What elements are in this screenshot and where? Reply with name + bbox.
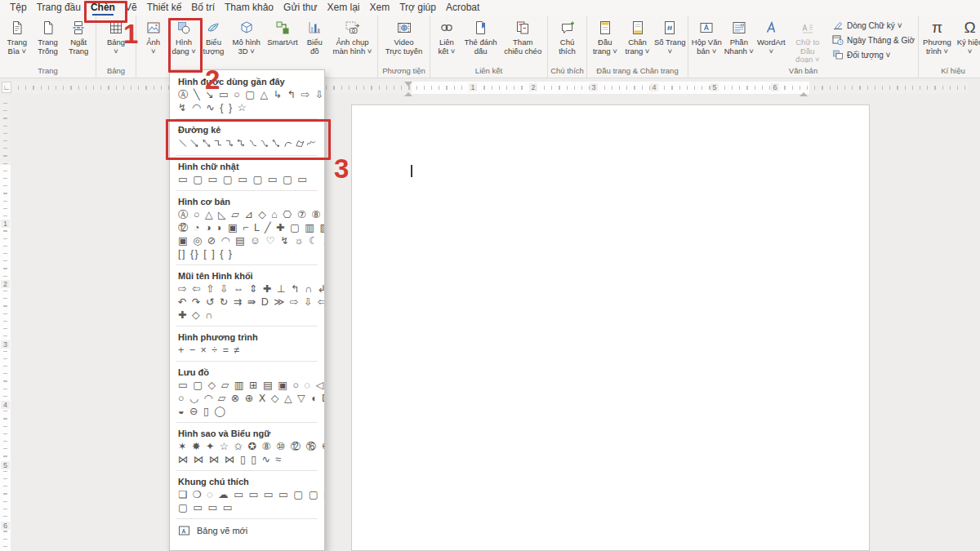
pictures-button[interactable]: Ảnh ˅ bbox=[138, 16, 168, 56]
ribbon-group-van-ban: Hộp Văn bản ˅ Phần Nhanh ˅ WordArt ˅ Chữ… bbox=[688, 16, 919, 78]
footer-button[interactable]: Chân trang ˅ bbox=[621, 16, 654, 56]
shape-row[interactable]: ▢ ▭ ▭ ▭ bbox=[178, 501, 316, 514]
new-drawing-canvas-item[interactable]: Bảng vẽ mới bbox=[170, 521, 324, 540]
curve-icon[interactable] bbox=[283, 138, 293, 149]
blank-page-icon bbox=[40, 19, 56, 37]
table-button[interactable]: Bảng ˅ bbox=[98, 16, 134, 56]
signature-line-button[interactable]: Dòng Chữ ký ˅ bbox=[832, 20, 915, 31]
curved-arrow-connector-icon[interactable] bbox=[260, 138, 270, 149]
3d-models-button[interactable]: Mô hình 3D ˅ bbox=[228, 16, 265, 56]
chart-button[interactable]: Biểu đồ bbox=[301, 16, 329, 56]
shape-row[interactable]: ↶ ↷ ↺ ↻ ⇉ ⇛ D ≫ ⇨ ⇩ ⇦ ⇧ bbox=[178, 295, 316, 309]
shape-row[interactable]: ↯ ◠ ∿ { } ☆ bbox=[178, 101, 316, 114]
right-indent-marker[interactable] bbox=[800, 88, 808, 96]
text-box-button[interactable]: Hộp Văn bản ˅ bbox=[690, 16, 724, 56]
shape-row[interactable]: ✶ ✸ ✦ ☆ ✩ ✪ ⑧ ⑩ ⑫ ⑯ ✺ ✹ bbox=[178, 440, 316, 453]
equation-button[interactable]: π Phương trình ˅ bbox=[920, 16, 954, 56]
button-label: Ảnh chụp màn hình ˅ bbox=[333, 38, 372, 56]
shape-row[interactable]: [] {} [ ] { } bbox=[178, 247, 316, 260]
horizontal-ruler[interactable]: 1 2 3 4 5 6 bbox=[11, 82, 969, 94]
tab-xem[interactable]: Xem bbox=[364, 0, 394, 16]
header-button[interactable]: Đầu trang ˅ bbox=[589, 16, 621, 56]
text-box-icon bbox=[698, 19, 715, 37]
online-video-button[interactable]: Video Trực tuyến bbox=[380, 16, 428, 56]
shapes-icon bbox=[176, 19, 192, 37]
scribble-icon[interactable] bbox=[306, 138, 316, 149]
arrow-icon[interactable] bbox=[189, 138, 199, 149]
menu-divider bbox=[176, 422, 318, 423]
screenshot-camera-icon bbox=[344, 19, 360, 37]
curved-connector-icon[interactable] bbox=[248, 138, 258, 149]
page-number-button[interactable]: Số Trang ˅ bbox=[653, 16, 686, 56]
bookmark-button[interactable]: Thẻ đánh dấu bbox=[461, 16, 501, 56]
comment-button[interactable]: Chú thích bbox=[550, 16, 585, 56]
shape-row[interactable]: ✚ ◇ ∩ bbox=[178, 309, 316, 322]
shape-row[interactable]: Ⓐ ○ △ ◺ ▱ ⊿ ◇ ⌂ ⎔ ⑦ ⑧ ⑩ bbox=[178, 208, 316, 221]
link-button[interactable]: Liên kết ˅ bbox=[432, 16, 461, 56]
group-label-lien-ket: Liên kết bbox=[432, 64, 546, 78]
elbow-connector-icon[interactable] bbox=[213, 138, 223, 149]
tab-stop-selector[interactable]: ∟ bbox=[2, 82, 11, 93]
document-page[interactable] bbox=[351, 104, 870, 551]
smartart-button[interactable]: SmartArt bbox=[265, 16, 300, 47]
object-button[interactable]: Đối tượng ˅ bbox=[832, 49, 915, 60]
tab-tham-khao[interactable]: Tham khảo bbox=[220, 0, 278, 16]
hanging-indent-marker[interactable] bbox=[404, 88, 412, 96]
shape-row[interactable]: + − × ÷ = ≠ bbox=[178, 344, 316, 357]
shape-row[interactable]: ▣ ◎ ⊘ ◠ ▤ ☺ ♡ ↯ ☼ ☾ ☁ ◜ bbox=[178, 234, 316, 247]
smartart-icon bbox=[274, 19, 291, 37]
date-time-icon bbox=[832, 34, 844, 46]
tab-trang-dau[interactable]: Trang đầu bbox=[32, 0, 86, 16]
button-label: WordArt ˅ bbox=[757, 38, 786, 56]
shape-row[interactable]: ⇨ ⇦ ⇧ ⇩ ⇔ ⇕ ✚ ⊥ ↰ ∩ ↲ ↳ bbox=[178, 282, 316, 295]
button-label: Phần Nhanh ˅ bbox=[724, 38, 754, 56]
blank-page-button[interactable]: Trang Trống bbox=[33, 16, 64, 56]
group-label-ki-hieu: Kí hiệu bbox=[920, 64, 980, 78]
new-drawing-canvas-label: Bảng vẽ mới bbox=[197, 526, 247, 535]
tab-chen[interactable]: Chèn bbox=[86, 0, 120, 16]
cross-reference-button[interactable]: Tham chiếu chéo bbox=[500, 16, 546, 56]
icons-button[interactable]: Biểu tượng bbox=[199, 16, 228, 56]
vertical-ruler[interactable]: 1 2 3 4 5 6 bbox=[0, 96, 11, 551]
shape-row[interactable]: ▭ ▢ ◇ ▱ ▥ ⊞ ▤ ▣ ○ ◌ ◁ ▽ bbox=[178, 379, 316, 392]
curved-double-arrow-connector-icon[interactable] bbox=[271, 138, 281, 149]
ruler-number: 2 bbox=[1, 280, 10, 288]
elbow-double-arrow-connector-icon[interactable] bbox=[236, 138, 246, 149]
page-break-icon bbox=[70, 19, 87, 37]
shape-row[interactable]: ◒ ⊖ ▯ ◯ bbox=[178, 405, 316, 418]
screenshot-button[interactable]: Ảnh chụp màn hình ˅ bbox=[329, 16, 376, 56]
line-icon[interactable] bbox=[178, 138, 188, 149]
tab-xem-lai[interactable]: Xem lại bbox=[322, 0, 364, 16]
tab-thiet-ke[interactable]: Thiết kế bbox=[142, 0, 187, 16]
shape-row[interactable]: ▭ ▢ ▭ ▢ ▭ ▢ ▭ ▢ ▭ bbox=[178, 173, 316, 186]
shapes-button[interactable]: Hình dạng ˅ bbox=[168, 16, 198, 56]
button-label: Đầu trang ˅ bbox=[593, 38, 617, 56]
shape-row[interactable]: ❏ ❍ ◌ ☁ ▭ ▭ ▭ ▭ ▢ ▢ ▢ ▢ bbox=[178, 488, 316, 501]
section-callouts: Khung chú thích ❏ ❍ ◌ ☁ ▭ ▭ ▭ ▭ ▢ ▢ ▢ ▢ … bbox=[170, 473, 324, 517]
page-break-button[interactable]: Ngắt Trang bbox=[63, 16, 94, 56]
tab-gui-thu[interactable]: Gửi thư bbox=[278, 0, 322, 16]
tab-bo-tri[interactable]: Bố trí bbox=[186, 0, 220, 16]
group-label-chu-thich: Chú thích bbox=[550, 64, 585, 78]
elbow-arrow-connector-icon[interactable] bbox=[225, 138, 234, 149]
quick-parts-button[interactable]: Phần Nhanh ˅ bbox=[724, 16, 755, 56]
tab-acrobat[interactable]: Acrobat bbox=[441, 0, 484, 16]
freeform-icon[interactable] bbox=[295, 138, 305, 149]
shape-row[interactable]: Ⓐ ╲ ↘ ▭ ○ ▢ △ ↳ ↰ ⇨ ⇩ ◔ bbox=[178, 88, 316, 101]
date-time-button[interactable]: Ngày Tháng & Giờ bbox=[832, 34, 915, 46]
page-number-icon bbox=[662, 19, 678, 37]
cover-page-button[interactable]: Trang Bìa ˅ bbox=[2, 16, 33, 56]
shape-row[interactable]: ⋈ ⋈ ⋈ ⋈ ▯ ▯ ∿ ≈ bbox=[178, 453, 316, 466]
double-arrow-icon[interactable] bbox=[202, 138, 212, 149]
text-cursor bbox=[411, 165, 412, 177]
quick-parts-icon bbox=[731, 19, 747, 37]
shape-row[interactable]: ⑫ ◔ ◑ ◗ ▣ ⌐ L ╱ ✚ ▢ ▥ ▧ bbox=[178, 221, 316, 234]
tab-ve[interactable]: Vẽ bbox=[120, 0, 142, 16]
wordart-button[interactable]: WordArt ˅ bbox=[755, 16, 788, 56]
symbol-button[interactable]: Ω Ký hiệu ˅ bbox=[954, 16, 980, 56]
drop-cap-button[interactable]: Chữ to Đầu đoạn ˅ bbox=[788, 16, 827, 64]
shape-row[interactable]: ○ ◡ ◠ ▱ ⊗ ⊕ Ⅹ ◇ △ ▽ ◖ D bbox=[178, 392, 316, 405]
tab-tep[interactable]: Tệp bbox=[5, 0, 32, 16]
text-group-small-buttons: Dòng Chữ ký ˅ Ngày Tháng & Giờ Đối tượng… bbox=[827, 16, 916, 60]
tab-tro-giup[interactable]: Trợ giúp bbox=[394, 0, 441, 16]
